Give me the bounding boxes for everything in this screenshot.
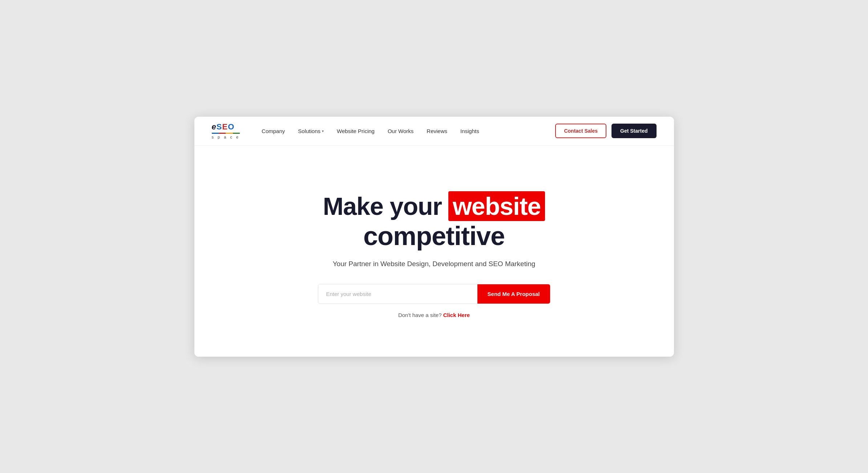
- nav-link-reviews[interactable]: Reviews: [427, 128, 447, 134]
- click-here-link[interactable]: Click Here: [443, 312, 470, 318]
- nav-link-company[interactable]: Company: [262, 128, 285, 134]
- hero-no-site-text: Don't have a site? Click Here: [398, 312, 470, 318]
- logo-letter-o: O: [228, 122, 234, 131]
- nav-link-solutions[interactable]: Solutions ▾: [298, 128, 324, 134]
- logo-letter-e1: e: [212, 122, 217, 131]
- send-proposal-button[interactable]: Send Me A Proposal: [477, 284, 550, 304]
- nav-link-website-pricing[interactable]: Website Pricing: [337, 128, 375, 134]
- bar-blue: [212, 133, 219, 134]
- hero-subtitle: Your Partner in Website Design, Developm…: [333, 260, 536, 268]
- logo[interactable]: eSEO s p a c e: [212, 123, 240, 139]
- logo-letter-e2: E: [222, 122, 228, 131]
- bar-green: [233, 133, 240, 134]
- logo-subtext: s p a c e: [212, 135, 240, 139]
- browser-window: eSEO s p a c e Company Solutions ▾ Websi…: [194, 117, 674, 357]
- hero-highlight-word: website: [448, 191, 545, 221]
- navbar: eSEO s p a c e Company Solutions ▾ Websi…: [194, 117, 674, 146]
- hero-heading-line2: competitive: [323, 221, 545, 251]
- contact-sales-button[interactable]: Contact Sales: [555, 124, 606, 138]
- nav-actions: Contact Sales Get Started: [555, 124, 656, 138]
- website-input[interactable]: [318, 284, 477, 304]
- get-started-button[interactable]: Get Started: [611, 124, 656, 138]
- logo-text: eSEO: [212, 123, 240, 131]
- logo-bar: [212, 133, 240, 134]
- hero-section: Make your website competitive Your Partn…: [194, 146, 674, 357]
- logo-letter-s: S: [217, 122, 222, 131]
- hero-heading: Make your website competitive: [323, 191, 545, 251]
- hero-form: Send Me A Proposal: [318, 284, 550, 304]
- hero-heading-line1: Make your website: [323, 191, 545, 221]
- bar-yellow: [226, 133, 233, 134]
- nav-link-our-works[interactable]: Our Works: [388, 128, 413, 134]
- chevron-down-icon: ▾: [322, 129, 324, 133]
- bar-red: [219, 133, 226, 134]
- nav-links: Company Solutions ▾ Website Pricing Our …: [262, 128, 555, 134]
- nav-link-insights[interactable]: Insights: [460, 128, 479, 134]
